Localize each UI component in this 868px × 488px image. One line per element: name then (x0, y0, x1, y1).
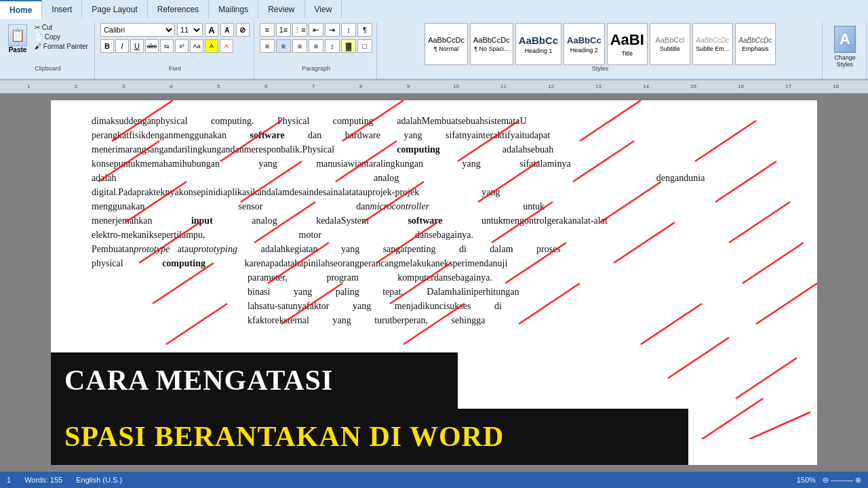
ruler-svg: // Draw tick marks in SVG (done via CSS … (0, 80, 868, 94)
change-styles-button[interactable]: A ChangeStyles (828, 23, 862, 70)
style-subtle-button[interactable]: AaBbCcDc Subtle Em... (692, 23, 733, 65)
cut-button[interactable]: ✂ Cut (33, 23, 90, 32)
style-heading2-label: Heading 2 (570, 47, 598, 54)
style-title-label: Title (621, 50, 633, 57)
border-button[interactable]: □ (357, 39, 372, 53)
tab-page-layout[interactable]: Page Layout (82, 0, 147, 19)
increase-indent-button[interactable]: ⇥ (325, 23, 340, 37)
style-subtle-label: Subtle Em... (696, 45, 729, 52)
style-heading1-button[interactable]: AaBbCc Heading 1 (515, 23, 561, 65)
font-row-1: Calibri 11 A A ⊘ (100, 23, 250, 37)
tab-home[interactable]: Home (0, 0, 42, 19)
svg-text:15: 15 (690, 83, 696, 89)
clipboard-buttons: ✂ Cut 📄 Copy 🖌 Format Painter (33, 23, 90, 51)
svg-text:7: 7 (312, 83, 315, 89)
font-size-select[interactable]: 11 (177, 23, 203, 37)
style-title-preview: AaBI (610, 31, 644, 49)
font-clear-button[interactable]: ⊘ (236, 23, 250, 37)
para-row-1: ≡ 1≡ ⋮≡ ⇤ ⇥ ↕ ¶ (260, 23, 372, 37)
strikethrough-button[interactable]: abc (145, 39, 159, 53)
sort-button[interactable]: ↕ (341, 23, 356, 37)
para-row-2: ≡ ≡ ≡ ≡ ↕ ▓ □ (260, 39, 372, 53)
case-button[interactable]: Aa (190, 39, 203, 53)
ruler: // Draw tick marks in SVG (done via CSS … (0, 80, 868, 94)
subscript-button[interactable]: x₂ (160, 39, 174, 53)
doc-line-12: parameter, program komputerdansebagainya… (92, 270, 776, 285)
svg-text:10: 10 (453, 83, 459, 89)
banner-top: CARA MENGATASI (51, 352, 458, 409)
zoom-controls[interactable]: ⊖ ——— ⊕ (823, 476, 861, 485)
align-right-button[interactable]: ≡ (292, 39, 307, 53)
clipboard-group: 📋 Paste ✂ Cut 📄 Copy 🖌 Format Painter Cl… (1, 22, 95, 79)
svg-text:4: 4 (170, 83, 173, 89)
style-title-button[interactable]: AaBI Title (607, 23, 648, 65)
word-count: Words: 155 (24, 476, 62, 484)
status-bar: 1 Words: 155 English (U.S.) 150% ⊖ ——— ⊕ (0, 472, 868, 488)
bold-button[interactable]: B (100, 39, 114, 53)
tab-view[interactable]: View (305, 0, 342, 19)
svg-text:11: 11 (500, 83, 507, 89)
font-grow-button[interactable]: A (205, 23, 218, 37)
copy-button[interactable]: 📄 Copy (33, 33, 90, 41)
document-text: dimaksuddenganphysical computing. Physic… (92, 114, 776, 327)
align-left-button[interactable]: ≡ (260, 39, 275, 53)
font-shrink-button[interactable]: A (220, 23, 234, 37)
style-heading2-button[interactable]: AaBbCc Heading 2 (564, 23, 605, 65)
paragraph-group: ≡ 1≡ ⋮≡ ⇤ ⇥ ↕ ¶ ≡ ≡ ≡ ≡ ↕ ▓ □ (256, 22, 377, 79)
doc-line-3: menerimarangsangandarilingkungandanmeres… (92, 142, 776, 157)
doc-line-9: elektro-mekaniksepertilampu, motor danse… (92, 228, 776, 242)
status-right: 150% ⊖ ——— ⊕ (797, 476, 861, 485)
format-row: B I U abc x₂ x² Aa A A (100, 39, 233, 53)
paste-icon: 📋 (8, 24, 27, 46)
italic-button[interactable]: I (115, 39, 129, 53)
justify-button[interactable]: ≡ (309, 39, 323, 53)
style-nospace-preview: AaBbCcDc (473, 36, 510, 44)
shading-button[interactable]: ▓ (341, 39, 356, 53)
styles-group: AaBbCcDc ¶ Normal AaBbCcDc ¶ No Spaci...… (378, 22, 823, 79)
ribbon-tabs: Home Insert Page Layout References Maili… (0, 0, 868, 19)
font-name-select[interactable]: Calibri (100, 23, 175, 37)
highlight-button[interactable]: A (205, 39, 218, 53)
tab-insert[interactable]: Insert (42, 0, 82, 19)
styles-label: Styles (378, 65, 822, 72)
clipboard-label: Clipboard (1, 65, 94, 72)
doc-line-8: menerjemahkan input analog kedalaSystem … (92, 214, 776, 228)
clipboard-inner: 📋 Paste ✂ Cut 📄 Copy 🖌 Format Painter (5, 23, 90, 67)
line-spacing-button[interactable]: ↕ (325, 39, 340, 53)
svg-text:1: 1 (27, 83, 31, 89)
numbering-button[interactable]: 1≡ (276, 23, 291, 37)
show-marks-button[interactable]: ¶ (357, 23, 372, 37)
decrease-indent-button[interactable]: ⇤ (309, 23, 323, 37)
doc-line-11: physical computing karenapadatahapinilah… (92, 256, 776, 270)
document-page[interactable]: dimaksuddenganphysical computing. Physic… (51, 100, 817, 465)
paste-button[interactable]: 📋 Paste (5, 23, 30, 55)
svg-text:5: 5 (217, 83, 220, 89)
style-emphasis-label: Emphasis (742, 45, 769, 52)
tab-references[interactable]: References (148, 0, 209, 19)
align-center-button[interactable]: ≡ (276, 39, 291, 53)
format-painter-button[interactable]: 🖌 Format Painter (33, 42, 90, 51)
change-styles-group: A ChangeStyles (824, 22, 867, 79)
tab-mailings[interactable]: Mailings (209, 0, 258, 19)
style-subtitle-preview: AaBbCcl (655, 36, 684, 44)
superscript-button[interactable]: x² (175, 39, 189, 53)
bullets-button[interactable]: ≡ (260, 23, 275, 37)
multilevel-button[interactable]: ⋮≡ (292, 23, 307, 37)
style-subtitle-button[interactable]: AaBbCcl Subtitle (650, 23, 690, 65)
change-styles-label: ChangeStyles (834, 54, 856, 68)
style-normal-button[interactable]: AaBbCcDc ¶ Normal (425, 23, 468, 65)
page-info: 1 (7, 476, 11, 484)
style-nospace-button[interactable]: AaBbCcDc ¶ No Spaci... (470, 23, 513, 65)
style-emphasis-preview: AaBbCcDc (738, 37, 772, 44)
overlay-container: CARA MENGATASI SPASI BERANTAKAN DI WORD (51, 352, 817, 465)
style-emphasis-button[interactable]: AaBbCcDc Emphasis (735, 23, 776, 65)
font-color-button[interactable]: A (220, 39, 233, 53)
ribbon-body: 📋 Paste ✂ Cut 📄 Copy 🖌 Format Painter Cl… (0, 19, 868, 80)
underline-button[interactable]: U (130, 39, 144, 53)
paragraph-inner: ≡ 1≡ ⋮≡ ⇤ ⇥ ↕ ¶ ≡ ≡ ≡ ≡ ↕ ▓ □ (260, 23, 372, 66)
doc-line-15: kfaktoreksternal yang turutberperan, seh… (92, 313, 776, 327)
svg-text:2: 2 (75, 83, 78, 89)
doc-line-10: Pembuatanprototype atauprototyping adala… (92, 242, 776, 256)
paragraph-label: Paragraph (256, 65, 376, 72)
tab-review[interactable]: Review (258, 0, 304, 19)
